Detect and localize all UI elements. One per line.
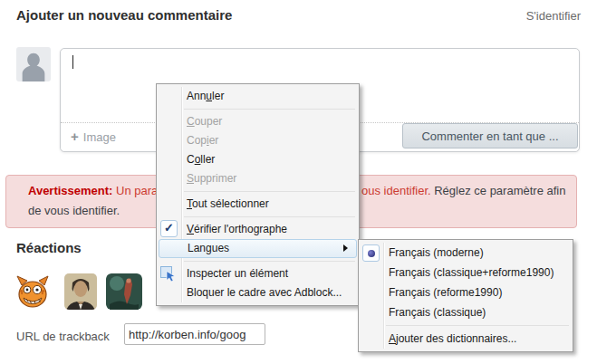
menu-item-coller[interactable]: Coller xyxy=(157,150,359,169)
text-caret xyxy=(72,55,73,69)
submenu-item-francais-classique-reforme[interactable]: Français (classique+reforme1990) xyxy=(359,263,573,283)
warning-fragment-red: ous identifier. xyxy=(361,184,431,197)
page: Ajouter un nouveau commentaire S'identif… xyxy=(0,0,597,364)
menu-separator xyxy=(184,109,355,110)
avatar xyxy=(16,47,51,81)
warning-line2: de vous identifier. xyxy=(28,204,120,217)
warning-fragment-left: Un para xyxy=(112,184,158,197)
context-menu: Annuler Couper Copier Coller Supprimer T… xyxy=(156,83,360,306)
label-part: Français (reforme1990) xyxy=(389,286,502,299)
trackback-url-input[interactable] xyxy=(124,323,265,345)
label-part: upprimer xyxy=(194,172,236,185)
trackback-label: URL de trackback xyxy=(16,330,110,343)
label-part: Français (moderne) xyxy=(389,246,484,259)
man-portrait-icon xyxy=(64,273,97,310)
reactions-heading: Réactions xyxy=(16,240,82,255)
reaction-portrait-avatar[interactable] xyxy=(64,273,97,310)
label-part: ller xyxy=(200,153,215,166)
label-accel: V xyxy=(187,223,194,235)
plus-icon: + xyxy=(71,129,79,144)
radio-selected-icon xyxy=(362,244,380,262)
menu-item-tout-selectionner[interactable]: Tout sélectionner xyxy=(157,195,359,214)
label-accel: S xyxy=(187,172,194,185)
languages-submenu: Français (moderne) Français (classique+r… xyxy=(358,239,573,352)
spellcheck-checkmark-icon: ✓ xyxy=(160,220,178,237)
label-part: C xyxy=(187,153,195,166)
page-title: Ajouter un nouveau commentaire xyxy=(16,7,232,23)
reaction-artwork-avatar[interactable] xyxy=(106,273,142,310)
menu-separator xyxy=(184,191,355,192)
menu-item-verifier-orthographe[interactable]: ✓Vérifier l'orthographe xyxy=(157,220,359,239)
label-part: jouter des dictionnaires... xyxy=(396,332,516,345)
menu-item-bloquer-adblock[interactable]: Bloquer le cadre avec Adblock... xyxy=(157,283,359,302)
add-image-label: Image xyxy=(83,130,116,144)
menu-separator xyxy=(386,325,569,326)
warning-text-left: Avertissement: Un para xyxy=(28,184,158,197)
warning-fragment-dark: Réglez ce paramètre afin xyxy=(431,184,566,197)
label-part: érifier l'orthographe xyxy=(194,223,287,235)
label-part: out sélectionner xyxy=(192,197,269,210)
label-accel: C xyxy=(187,115,195,128)
label-part: ouper xyxy=(195,115,223,128)
label-part: er xyxy=(209,134,219,147)
comment-as-button[interactable]: Commenter en tant que ... xyxy=(402,123,578,148)
reaction-cat-avatar[interactable] xyxy=(14,273,51,310)
menu-separator xyxy=(184,261,355,262)
label-part: Français (classique) xyxy=(389,306,486,319)
label-accel: A xyxy=(389,332,396,345)
cat-avatar-icon xyxy=(14,273,51,310)
label-part: Ann xyxy=(187,90,206,102)
submenu-item-francais-classique[interactable]: Français (classique) xyxy=(359,302,573,322)
signin-link[interactable]: S'identifier xyxy=(526,9,581,23)
label-part: Français (classique+reforme1990) xyxy=(389,266,554,279)
label-part: ues xyxy=(212,242,229,254)
inspect-element-icon xyxy=(159,265,177,283)
submenu-item-francais-moderne[interactable]: Français (moderne) xyxy=(359,243,573,263)
submenu-arrow-icon xyxy=(343,244,348,252)
menu-item-supprimer: Supprimer xyxy=(157,169,359,188)
submenu-item-ajouter-dictionnaires[interactable]: Ajouter des dictionnaires... xyxy=(359,329,573,349)
add-image-button[interactable]: +Image xyxy=(71,129,116,144)
menu-item-annuler[interactable]: Annuler xyxy=(157,87,359,106)
warning-text-right: ous identifier. Réglez ce paramètre afin xyxy=(361,184,565,197)
menu-separator xyxy=(184,216,355,217)
label-part: Bloquer le cadre avec Adblock... xyxy=(187,286,342,299)
label-part: Cop xyxy=(187,134,207,147)
artwork-avatar-icon xyxy=(106,273,142,310)
label-part: Inspecter un élément xyxy=(187,267,288,280)
person-placeholder-icon xyxy=(16,47,51,81)
label-part: ler xyxy=(212,90,224,102)
label-part: Lan xyxy=(188,242,206,254)
menu-item-copier: Copier xyxy=(157,131,359,150)
warning-label: Avertissement: xyxy=(28,184,112,197)
menu-item-couper: Couper xyxy=(157,112,359,131)
submenu-item-francais-reforme[interactable]: Français (reforme1990) xyxy=(359,283,573,302)
menu-item-langues[interactable]: Langues xyxy=(159,239,357,258)
label-accel: g xyxy=(206,242,212,254)
menu-item-inspecter-element[interactable]: Inspecter un élément xyxy=(157,264,359,283)
